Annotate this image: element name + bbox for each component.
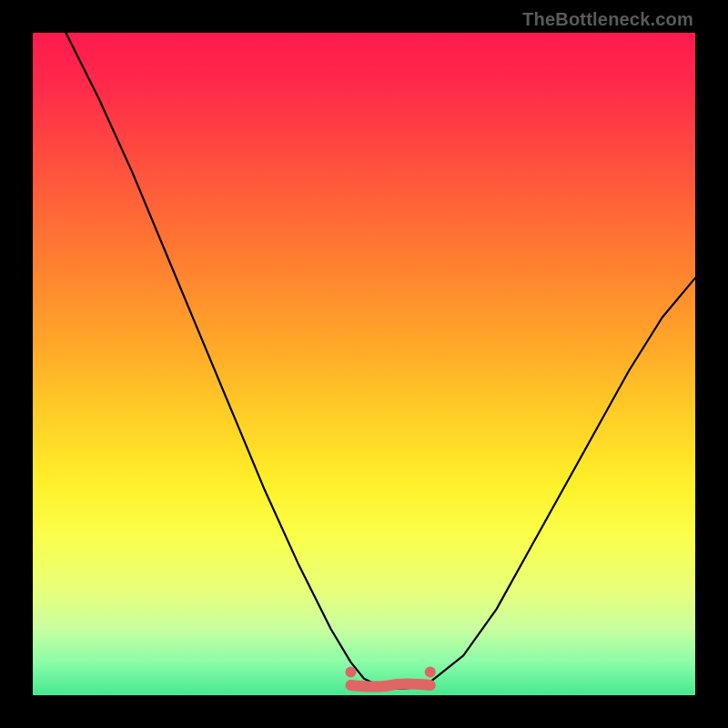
curve-layer [33, 33, 695, 695]
bottleneck-curve [66, 33, 695, 689]
chart-container: TheBottleneck.com [0, 0, 728, 728]
trough-dot-right [425, 667, 436, 678]
trough-dot-left [345, 667, 356, 678]
plot-area [33, 33, 695, 695]
watermark: TheBottleneck.com [522, 9, 693, 30]
trough-highlight [350, 684, 430, 687]
